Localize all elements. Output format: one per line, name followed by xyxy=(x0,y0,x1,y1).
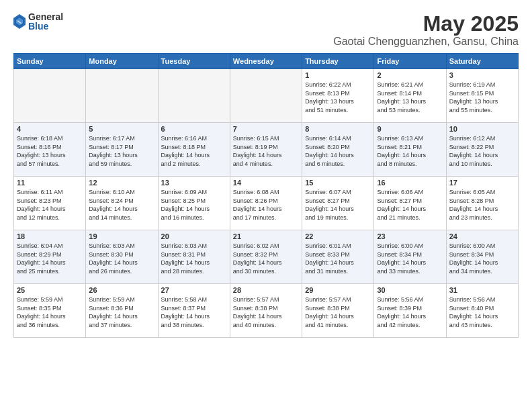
week-row-3: 11Sunrise: 6:11 AMSunset: 8:23 PMDayligh… xyxy=(14,177,519,230)
calendar-cell xyxy=(86,69,158,123)
cell-content: Sunrise: 6:00 AMSunset: 8:34 PMDaylight:… xyxy=(377,242,443,275)
calendar-cell: 6Sunrise: 6:16 AMSunset: 8:18 PMDaylight… xyxy=(158,123,230,177)
month-title: May 2025 xyxy=(333,12,519,36)
header-thursday: Thursday xyxy=(302,54,374,69)
cell-content: Sunrise: 5:56 AMSunset: 8:39 PMDaylight:… xyxy=(377,295,443,329)
day-number: 11 xyxy=(17,179,83,187)
cell-content: Sunrise: 6:10 AMSunset: 8:24 PMDaylight:… xyxy=(89,188,154,222)
calendar-cell: 5Sunrise: 6:17 AMSunset: 8:17 PMDaylight… xyxy=(86,123,158,177)
cell-content: Sunrise: 6:07 AMSunset: 8:27 PMDaylight:… xyxy=(305,188,371,222)
calendar-cell: 24Sunrise: 6:00 AMSunset: 8:34 PMDayligh… xyxy=(446,230,518,284)
calendar-cell xyxy=(230,69,302,123)
day-number: 9 xyxy=(377,125,443,133)
day-number: 29 xyxy=(305,286,371,294)
day-number: 25 xyxy=(17,286,83,294)
cell-content: Sunrise: 6:04 AMSunset: 8:29 PMDaylight:… xyxy=(17,242,83,275)
calendar-cell: 11Sunrise: 6:11 AMSunset: 8:23 PMDayligh… xyxy=(14,177,86,230)
day-number: 14 xyxy=(233,179,299,187)
calendar-cell: 22Sunrise: 6:01 AMSunset: 8:33 PMDayligh… xyxy=(302,230,374,284)
day-number: 6 xyxy=(161,125,227,133)
calendar-cell: 15Sunrise: 6:07 AMSunset: 8:27 PMDayligh… xyxy=(302,177,374,230)
calendar-cell: 3Sunrise: 6:19 AMSunset: 8:15 PMDaylight… xyxy=(446,69,518,123)
cell-content: Sunrise: 6:14 AMSunset: 8:20 PMDaylight:… xyxy=(305,134,371,168)
day-number: 1 xyxy=(305,71,371,79)
day-number: 8 xyxy=(305,125,371,133)
cell-content: Sunrise: 6:03 AMSunset: 8:30 PMDaylight:… xyxy=(89,242,154,275)
day-number: 12 xyxy=(89,179,154,187)
cell-content: Sunrise: 6:21 AMSunset: 8:14 PMDaylight:… xyxy=(377,81,443,114)
day-number: 23 xyxy=(377,232,443,240)
day-number: 17 xyxy=(449,179,515,187)
calendar-cell: 16Sunrise: 6:06 AMSunset: 8:27 PMDayligh… xyxy=(374,177,446,230)
day-number: 7 xyxy=(233,125,299,133)
day-number: 18 xyxy=(17,232,83,240)
day-number: 22 xyxy=(305,232,371,240)
cell-content: Sunrise: 6:01 AMSunset: 8:33 PMDaylight:… xyxy=(305,242,371,275)
calendar-cell: 30Sunrise: 5:56 AMSunset: 8:39 PMDayligh… xyxy=(374,284,446,338)
day-number: 2 xyxy=(377,71,443,79)
week-row-1: 1Sunrise: 6:22 AMSunset: 8:13 PMDaylight… xyxy=(14,69,519,123)
cell-content: Sunrise: 6:09 AMSunset: 8:25 PMDaylight:… xyxy=(161,188,227,222)
cell-content: Sunrise: 5:57 AMSunset: 8:38 PMDaylight:… xyxy=(305,295,371,329)
calendar-cell: 25Sunrise: 5:59 AMSunset: 8:35 PMDayligh… xyxy=(14,284,86,338)
cell-content: Sunrise: 6:06 AMSunset: 8:27 PMDaylight:… xyxy=(377,188,443,222)
day-number: 26 xyxy=(89,286,154,294)
logo: General Blue xyxy=(13,12,63,31)
calendar-cell xyxy=(14,69,86,123)
cell-content: Sunrise: 5:58 AMSunset: 8:37 PMDaylight:… xyxy=(161,295,227,329)
cell-content: Sunrise: 6:19 AMSunset: 8:15 PMDaylight:… xyxy=(449,81,515,114)
calendar-cell: 1Sunrise: 6:22 AMSunset: 8:13 PMDaylight… xyxy=(302,69,374,123)
day-number: 15 xyxy=(305,179,371,187)
day-number: 5 xyxy=(89,125,154,133)
cell-content: Sunrise: 6:00 AMSunset: 8:34 PMDaylight:… xyxy=(449,242,515,275)
header-row: Sunday Monday Tuesday Wednesday Thursday… xyxy=(14,54,519,69)
cell-content: Sunrise: 6:13 AMSunset: 8:21 PMDaylight:… xyxy=(377,134,443,168)
location: Gaotai Chengguanzhen, Gansu, China xyxy=(333,36,519,48)
cell-content: Sunrise: 6:05 AMSunset: 8:28 PMDaylight:… xyxy=(449,188,515,222)
cell-content: Sunrise: 5:57 AMSunset: 8:38 PMDaylight:… xyxy=(233,295,299,329)
header-friday: Friday xyxy=(374,54,446,69)
week-row-4: 18Sunrise: 6:04 AMSunset: 8:29 PMDayligh… xyxy=(14,230,519,284)
header-tuesday: Tuesday xyxy=(158,54,230,69)
calendar-cell: 9Sunrise: 6:13 AMSunset: 8:21 PMDaylight… xyxy=(374,123,446,177)
day-number: 24 xyxy=(449,232,515,240)
day-number: 10 xyxy=(449,125,515,133)
calendar-table: Sunday Monday Tuesday Wednesday Thursday… xyxy=(13,53,519,338)
calendar-cell: 20Sunrise: 6:03 AMSunset: 8:31 PMDayligh… xyxy=(158,230,230,284)
header-saturday: Saturday xyxy=(446,54,518,69)
cell-content: Sunrise: 6:11 AMSunset: 8:23 PMDaylight:… xyxy=(17,188,83,222)
title-section: May 2025 Gaotai Chengguanzhen, Gansu, Ch… xyxy=(333,12,519,48)
cell-content: Sunrise: 6:22 AMSunset: 8:13 PMDaylight:… xyxy=(305,81,371,114)
calendar-cell: 8Sunrise: 6:14 AMSunset: 8:20 PMDaylight… xyxy=(302,123,374,177)
header-wednesday: Wednesday xyxy=(230,54,302,69)
header: General Blue May 2025 Gaotai Chengguanzh… xyxy=(13,12,519,48)
calendar-cell: 4Sunrise: 6:18 AMSunset: 8:16 PMDaylight… xyxy=(14,123,86,177)
calendar-cell: 26Sunrise: 5:59 AMSunset: 8:36 PMDayligh… xyxy=(86,284,158,338)
page: General Blue May 2025 Gaotai Chengguanzh… xyxy=(0,0,532,411)
day-number: 19 xyxy=(89,232,154,240)
logo-icon xyxy=(13,14,26,29)
cell-content: Sunrise: 5:59 AMSunset: 8:35 PMDaylight:… xyxy=(17,295,83,329)
calendar-cell: 19Sunrise: 6:03 AMSunset: 8:30 PMDayligh… xyxy=(86,230,158,284)
cell-content: Sunrise: 6:17 AMSunset: 8:17 PMDaylight:… xyxy=(89,134,154,168)
cell-content: Sunrise: 5:56 AMSunset: 8:40 PMDaylight:… xyxy=(449,295,515,329)
header-monday: Monday xyxy=(86,54,158,69)
calendar-cell: 21Sunrise: 6:02 AMSunset: 8:32 PMDayligh… xyxy=(230,230,302,284)
day-number: 20 xyxy=(161,232,227,240)
cell-content: Sunrise: 6:18 AMSunset: 8:16 PMDaylight:… xyxy=(17,134,83,168)
logo-text: General Blue xyxy=(28,12,63,31)
day-number: 28 xyxy=(233,286,299,294)
calendar-cell: 29Sunrise: 5:57 AMSunset: 8:38 PMDayligh… xyxy=(302,284,374,338)
calendar-cell: 13Sunrise: 6:09 AMSunset: 8:25 PMDayligh… xyxy=(158,177,230,230)
calendar-cell: 2Sunrise: 6:21 AMSunset: 8:14 PMDaylight… xyxy=(374,69,446,123)
cell-content: Sunrise: 5:59 AMSunset: 8:36 PMDaylight:… xyxy=(89,295,154,329)
calendar-cell: 17Sunrise: 6:05 AMSunset: 8:28 PMDayligh… xyxy=(446,177,518,230)
cell-content: Sunrise: 6:16 AMSunset: 8:18 PMDaylight:… xyxy=(161,134,227,168)
logo-blue: Blue xyxy=(28,21,63,31)
calendar-cell: 31Sunrise: 5:56 AMSunset: 8:40 PMDayligh… xyxy=(446,284,518,338)
day-number: 16 xyxy=(377,179,443,187)
calendar-cell: 18Sunrise: 6:04 AMSunset: 8:29 PMDayligh… xyxy=(14,230,86,284)
calendar-cell xyxy=(158,69,230,123)
day-number: 30 xyxy=(377,286,443,294)
day-number: 3 xyxy=(449,71,515,79)
